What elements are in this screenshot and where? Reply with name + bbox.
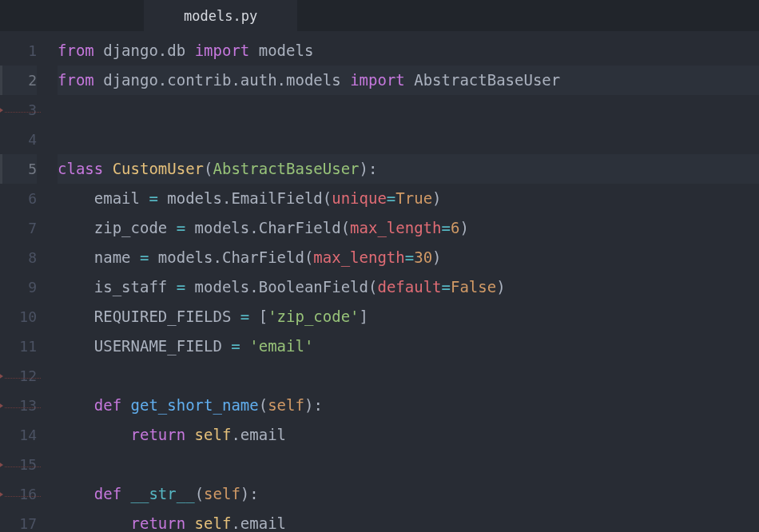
token-punct: . <box>249 219 258 236</box>
line-number: 2 <box>0 66 37 95</box>
line-number: 16 <box>0 479 37 509</box>
token-punct: ) <box>459 219 468 236</box>
token-paramname: unique <box>332 189 387 207</box>
token-num: 6 <box>451 219 459 236</box>
code-line[interactable] <box>58 95 759 125</box>
code-line[interactable]: email = models.EmailField(unique=True) <box>58 184 759 213</box>
code-line[interactable]: USERNAME_FIELD = 'email' <box>58 332 759 361</box>
token-kw-import: from <box>58 71 94 89</box>
token-text <box>58 396 94 414</box>
token-punct: ( <box>323 189 332 207</box>
token-text: models <box>185 278 249 296</box>
token-param: self <box>204 485 240 502</box>
token-kw-import: from <box>58 42 94 59</box>
code-line[interactable]: return self.email <box>58 509 759 532</box>
token-text: BooleanField <box>259 278 368 296</box>
code-line[interactable] <box>58 450 759 479</box>
token-op: = <box>177 278 185 296</box>
token-punct: ( <box>195 485 204 502</box>
token-punct: ( <box>341 219 350 236</box>
token-self: self <box>195 426 232 443</box>
code-line[interactable]: zip_code = models.CharField(max_length=6… <box>58 213 759 243</box>
token-param: self <box>268 396 304 414</box>
line-number: 4 <box>0 125 37 154</box>
fold-marker-icon[interactable] <box>0 107 3 113</box>
token-punct: ) <box>432 248 441 266</box>
token-punct: . <box>231 426 240 443</box>
token-op: = <box>442 278 451 296</box>
code-line[interactable]: return self.email <box>58 420 759 450</box>
token-funcname: get_short_name <box>131 396 259 414</box>
code-line[interactable]: def __str__(self): <box>58 479 759 509</box>
fold-marker-icon[interactable] <box>0 491 3 498</box>
code-line[interactable]: class CustomUser(AbstractBaseUser): <box>58 154 759 184</box>
code-line[interactable]: name = models.CharField(max_length=30) <box>58 243 759 272</box>
token-paramname: max_length <box>350 219 441 236</box>
fold-guide <box>5 496 41 497</box>
token-punct: ( <box>368 278 377 296</box>
token-text: contrib <box>167 71 231 89</box>
token-text: email <box>58 189 149 207</box>
fold-marker-icon[interactable] <box>0 462 3 468</box>
token-punct: . <box>158 71 167 89</box>
code-line[interactable]: REQUIRED_FIELDS = ['zip_code'] <box>58 302 759 332</box>
token-kw-def: def <box>94 396 121 414</box>
token-text <box>240 337 249 355</box>
token-punct: : <box>313 396 322 414</box>
token-kw-return: return <box>131 426 186 443</box>
token-text: email <box>240 426 286 443</box>
code-line[interactable]: from django.contrib.auth.models import A… <box>58 66 759 95</box>
tab-models-py[interactable]: models.py <box>144 0 297 31</box>
tab-spacer <box>0 0 144 31</box>
token-text: name <box>58 248 140 266</box>
token-op: = <box>140 248 149 266</box>
code-line[interactable]: is_staff = models.BooleanField(default=F… <box>58 272 759 302</box>
fold-guide <box>5 378 41 379</box>
token-text: EmailField <box>231 189 322 207</box>
line-number: 12 <box>0 361 37 391</box>
token-num: 30 <box>414 248 432 266</box>
token-kw-return: return <box>131 514 186 532</box>
token-punct: : <box>249 485 258 502</box>
token-dunder: __str__ <box>131 485 195 502</box>
token-bool: False <box>451 278 496 296</box>
line-number: 7 <box>0 213 37 243</box>
code-line[interactable]: def get_short_name(self): <box>58 391 759 420</box>
token-op: = <box>405 248 414 266</box>
code-line[interactable] <box>58 361 759 391</box>
token-text <box>249 308 258 325</box>
fold-marker-icon[interactable] <box>0 373 3 379</box>
fold-guide <box>5 112 41 113</box>
line-number: 3 <box>0 95 37 125</box>
token-punct: . <box>277 71 286 89</box>
code-line[interactable] <box>58 125 759 154</box>
token-kw-import: import <box>350 71 405 89</box>
token-text: is_staff <box>58 278 177 296</box>
line-number: 14 <box>0 420 37 450</box>
token-text <box>58 426 131 443</box>
token-op: = <box>240 308 249 325</box>
token-punct: ) <box>304 396 313 414</box>
token-text: models <box>149 248 213 266</box>
token-punct: . <box>222 189 231 207</box>
token-text <box>185 426 194 443</box>
token-string: 'zip_code' <box>268 308 359 325</box>
token-text: models <box>249 42 313 59</box>
token-paramname: max_length <box>313 248 404 266</box>
code-line[interactable]: from django.db import models <box>58 36 759 66</box>
token-op: = <box>442 219 451 236</box>
token-text <box>103 160 112 177</box>
code-area[interactable]: from django.db import modelsfrom django.… <box>46 31 759 532</box>
token-self: self <box>195 514 232 532</box>
token-punct: ) <box>360 160 368 177</box>
line-number: 11 <box>0 332 37 361</box>
token-bool: True <box>395 189 432 207</box>
line-number: 5 <box>0 154 37 184</box>
token-classname: CustomUser <box>113 160 204 177</box>
token-punct: ) <box>240 485 249 502</box>
line-number: 17 <box>0 509 37 532</box>
tab-bar: models.py <box>0 0 759 31</box>
token-punct: ) <box>496 278 505 296</box>
token-text: USERNAME_FIELD <box>58 337 231 355</box>
fold-marker-icon[interactable] <box>0 403 3 409</box>
